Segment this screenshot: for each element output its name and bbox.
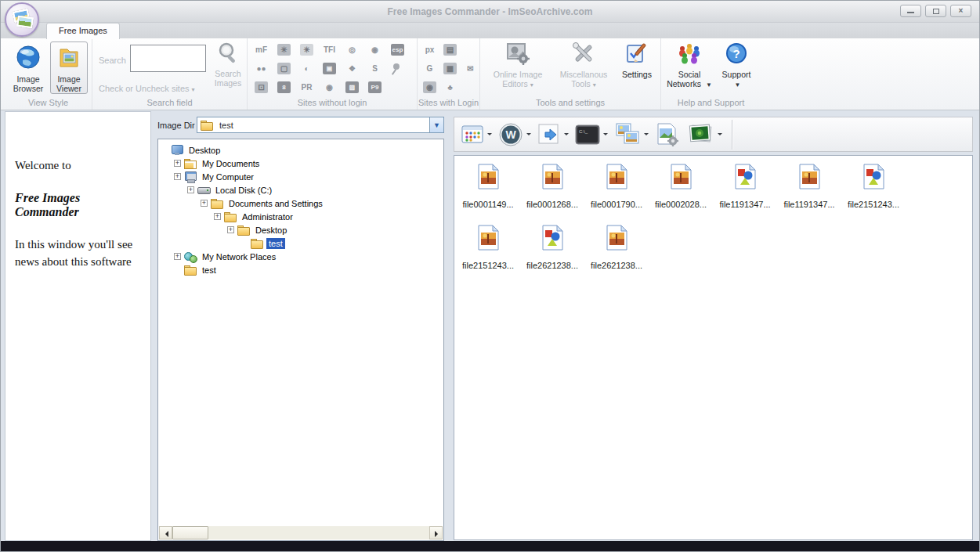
image-viewer-label: Image Viewer	[51, 74, 87, 93]
site-icon[interactable]: ❖	[345, 63, 359, 74]
site-icon[interactable]: ♣	[443, 81, 457, 93]
site-icon[interactable]: P9	[368, 81, 382, 93]
site-icon[interactable]: ▦	[443, 63, 457, 74]
site-icon[interactable]: ◉	[368, 44, 382, 56]
file-item[interactable]: file0001149...	[459, 164, 517, 222]
search-images-button[interactable]: Search Images	[210, 41, 246, 88]
file-item[interactable]: file2621238...	[588, 225, 645, 283]
file-item[interactable]: file2621238...	[523, 225, 581, 283]
tree-item[interactable]: Local Disk (C:)	[158, 183, 443, 197]
tree-expander-icon[interactable]	[201, 200, 208, 207]
search-input[interactable]	[130, 45, 206, 72]
site-icon[interactable]	[391, 63, 404, 74]
folder-icon	[251, 238, 264, 249]
miscellanous-tools-button[interactable]: Miscellanous Tools▾	[552, 41, 615, 90]
site-icon[interactable]	[391, 81, 404, 93]
settings-button[interactable]: Settings	[617, 41, 657, 79]
scroll-right-button[interactable]	[429, 526, 443, 539]
tree-item[interactable]: test	[158, 236, 443, 250]
site-icon[interactable]: esp	[391, 44, 404, 56]
tree-expander-icon[interactable]	[174, 173, 181, 180]
ribbon-group-help: Social Networks ▼ ? Support▼ Help and Su…	[661, 38, 761, 110]
site-icon[interactable]: G	[423, 63, 436, 74]
site-icon[interactable]: TFI	[323, 44, 336, 56]
image-browser-button[interactable]: Image Browser	[8, 41, 49, 94]
file-item[interactable]: file1191347...	[716, 164, 774, 222]
site-icon[interactable]: ◎	[345, 44, 359, 56]
horizontal-scrollbar[interactable]	[159, 526, 443, 539]
minimize-button[interactable]	[900, 5, 921, 17]
site-icon[interactable]: ✳	[277, 44, 291, 56]
social-networks-label: Social Networks ▼	[664, 70, 714, 90]
site-icon[interactable]: ◉	[323, 81, 336, 93]
bottom-strip	[1, 541, 979, 551]
check-sites-dropdown[interactable]: Check or Uncheck sites▾	[99, 84, 195, 93]
tree-item-label: test	[266, 238, 285, 249]
site-icon[interactable]	[464, 81, 477, 93]
tree-expander-icon[interactable]	[174, 253, 181, 260]
site-icon[interactable]: ⊡	[255, 81, 268, 93]
image-settings-toolbar-button[interactable]	[653, 121, 682, 149]
files-grid[interactable]: file0001149... file0001268... file000179…	[454, 155, 973, 540]
tree-expander-icon[interactable]	[187, 186, 194, 193]
terminal-toolbar-button[interactable]: C:\_	[573, 123, 609, 146]
close-button[interactable]: ×	[950, 5, 971, 17]
tree-item[interactable]: My Network Places	[158, 250, 443, 263]
app-logo-icon	[16, 16, 34, 29]
site-icon[interactable]: ▤	[443, 44, 457, 56]
image-dir-combobox[interactable]: test ▼	[197, 117, 444, 133]
online-image-editors-button[interactable]: Online Image Editors▾	[485, 41, 551, 90]
disk-icon	[197, 185, 211, 196]
site-icon[interactable]: ✳	[300, 44, 313, 56]
image-viewer-button[interactable]: Image Viewer	[50, 41, 88, 94]
maximize-button[interactable]	[925, 5, 946, 17]
file-item[interactable]: file0001268...	[523, 164, 581, 222]
file-item[interactable]: file0002028...	[652, 164, 710, 222]
tree-item[interactable]: Documents and Settings	[158, 197, 443, 210]
file-item[interactable]: file1191347...	[780, 164, 838, 222]
file-item[interactable]: file2151243...	[459, 225, 517, 283]
site-icon[interactable]: ▨	[345, 81, 359, 93]
folder-tree[interactable]: Desktop My Documents My Computer Local D…	[157, 139, 444, 541]
combobox-dropdown-button[interactable]: ▼	[429, 117, 443, 132]
wordpress-toolbar-button[interactable]: W	[497, 121, 533, 149]
site-icon[interactable]: mF	[255, 44, 268, 56]
file-name-label: file0001149...	[459, 200, 517, 209]
file-item[interactable]: file0001790...	[588, 164, 645, 222]
site-icon-grid: mF ✳ ✳ TFI ◎ ◉ esp ●● ▢ ◐ ▣ ❖ S ⊡ 8 PR ◉…	[255, 44, 404, 94]
view-style-toolbar-button[interactable]	[459, 122, 494, 147]
tree-item[interactable]: Administrator	[158, 210, 443, 223]
site-icon[interactable]: ●●	[255, 63, 268, 74]
scrollbar-thumb[interactable]	[172, 526, 208, 539]
tree-item[interactable]: test	[158, 263, 443, 276]
site-icon[interactable]: ▣	[323, 63, 336, 74]
tab-free-images[interactable]: Free Images	[46, 23, 120, 39]
tree-expander-icon[interactable]	[174, 160, 181, 167]
photo-stack-toolbar-button[interactable]	[685, 121, 724, 149]
chevron-down-icon: ▼	[735, 81, 741, 88]
site-icon[interactable]	[464, 44, 477, 56]
tree-item[interactable]: My Documents	[158, 157, 443, 170]
tree-item[interactable]: Desktop	[158, 223, 443, 236]
site-icon[interactable]: ◉	[423, 81, 436, 93]
scroll-left-button[interactable]	[159, 526, 172, 539]
site-icon[interactable]: 8	[277, 81, 291, 93]
file-item[interactable]: file2151243...	[844, 164, 902, 222]
support-button[interactable]: ? Support▼	[716, 41, 757, 90]
site-icon[interactable]: px	[423, 44, 436, 56]
image-pair-toolbar-button[interactable]	[613, 121, 650, 149]
site-icon[interactable]: ◐	[300, 63, 313, 74]
tree-item[interactable]: Desktop	[158, 143, 443, 157]
scrollbar-track[interactable]	[208, 526, 429, 539]
social-networks-button[interactable]: Social Networks ▼	[664, 41, 714, 90]
tree-expander-icon[interactable]	[214, 213, 221, 220]
site-icon[interactable]: ✉	[464, 63, 477, 74]
site-icon[interactable]: PR	[300, 81, 313, 93]
export-toolbar-button[interactable]	[536, 121, 570, 148]
tree-expander-icon[interactable]	[227, 226, 234, 233]
app-menu-orb[interactable]	[5, 2, 39, 37]
site-icon[interactable]: S	[368, 63, 382, 74]
site-icon[interactable]: ▢	[277, 63, 291, 74]
tree-item[interactable]: My Computer	[158, 170, 443, 183]
wordpress-icon: W	[498, 122, 523, 147]
